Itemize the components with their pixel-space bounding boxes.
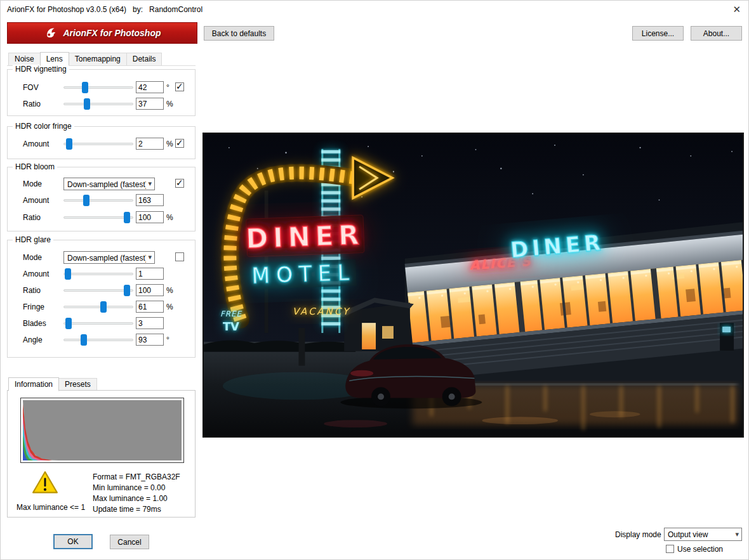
glare-fringe-label: Fringe bbox=[23, 303, 44, 311]
fringe-checkbox[interactable]: ✓ bbox=[175, 139, 184, 148]
tab-lens[interactable]: Lens bbox=[40, 52, 69, 66]
glare-ratio-slider[interactable] bbox=[63, 284, 133, 297]
slider-thumb[interactable] bbox=[83, 195, 89, 206]
motel-sign: MOTEL bbox=[251, 259, 357, 289]
tab-noise[interactable]: Noise bbox=[8, 53, 41, 65]
slider-track[interactable] bbox=[63, 322, 133, 325]
glare-ratio-value-input[interactable] bbox=[136, 284, 164, 296]
glare-amount-value-input[interactable] bbox=[136, 268, 164, 280]
ok-button[interactable]: OK bbox=[53, 534, 93, 549]
info-line-update-time: Update time = 79ms bbox=[93, 504, 180, 515]
fringe-amount-value-input[interactable] bbox=[136, 138, 164, 150]
glare-blades-row: Blades bbox=[8, 317, 195, 330]
glare-fringe-slider[interactable] bbox=[63, 301, 133, 313]
fov-label: FOV bbox=[23, 83, 39, 92]
glare-amount-slider[interactable] bbox=[63, 268, 133, 280]
hdr-bloom-group: HDR bloom Mode Down-sampled (fastest) ▾ … bbox=[7, 167, 196, 231]
back-to-defaults-button[interactable]: Back to defaults bbox=[204, 26, 274, 41]
bloom-amount-slider[interactable] bbox=[63, 194, 133, 207]
fringe-amount-row: Amount % ✓ bbox=[8, 138, 195, 150]
slider-track[interactable] bbox=[63, 289, 133, 292]
glare-mode-select[interactable]: Down-sampled (fastest) ▾ bbox=[63, 251, 155, 264]
bloom-ratio-row: Ratio % bbox=[8, 211, 195, 224]
combo-value: Output view bbox=[668, 530, 708, 539]
glare-ratio-unit: % bbox=[166, 286, 173, 295]
chevron-down-icon: ▾ bbox=[148, 253, 152, 261]
vignetting-ratio-value-input[interactable] bbox=[136, 98, 164, 110]
tab-information[interactable]: Information bbox=[8, 377, 59, 391]
fov-value-input[interactable] bbox=[136, 81, 164, 93]
vignetting-ratio-slider[interactable] bbox=[63, 98, 133, 110]
diner-marquee-text: DINER bbox=[246, 219, 365, 254]
bloom-mode-select[interactable]: Down-sampled (fastest) ▾ bbox=[63, 178, 155, 190]
glare-checkbox[interactable] bbox=[175, 252, 184, 261]
info-tabstrip: Information Presets bbox=[8, 377, 96, 391]
combo-value: Down-sampled (fastest) bbox=[67, 254, 146, 263]
slider-thumb[interactable] bbox=[81, 334, 87, 346]
chevron-down-icon: ▾ bbox=[148, 179, 152, 188]
glare-angle-value-input[interactable] bbox=[136, 334, 164, 346]
display-mode-select[interactable]: Output view ▾ bbox=[664, 528, 742, 541]
main-tabstrip: Noise Lens Tonemapping Details bbox=[8, 52, 161, 65]
bloom-ratio-value-input[interactable] bbox=[136, 211, 164, 223]
glare-amount-row: Amount bbox=[8, 268, 195, 280]
slider-track[interactable] bbox=[63, 143, 133, 145]
slider-thumb[interactable] bbox=[124, 285, 130, 296]
tab-tonemapping[interactable]: Tonemapping bbox=[69, 53, 127, 65]
check-icon: ✓ bbox=[176, 81, 183, 91]
bloom-amount-label: Amount bbox=[23, 196, 49, 205]
vacancy-text: VACANCY bbox=[293, 306, 350, 317]
tab-presets[interactable]: Presets bbox=[58, 378, 97, 391]
group-title-vignetting: HDR vignetting bbox=[13, 65, 69, 74]
slider-track[interactable] bbox=[63, 339, 133, 341]
fringe-amount-slider[interactable] bbox=[63, 138, 133, 150]
slider-track[interactable] bbox=[63, 273, 133, 275]
glare-fringe-value-input[interactable] bbox=[136, 301, 164, 313]
glare-ratio-row: Ratio % bbox=[8, 284, 195, 297]
slider-track[interactable] bbox=[63, 199, 133, 202]
slider-thumb[interactable] bbox=[82, 82, 88, 93]
slider-thumb[interactable] bbox=[66, 138, 72, 150]
tab-details[interactable]: Details bbox=[126, 53, 162, 65]
slider-thumb[interactable] bbox=[124, 212, 130, 223]
license-button[interactable]: License... bbox=[632, 26, 684, 41]
about-button[interactable]: About... bbox=[691, 26, 742, 41]
bloom-ratio-slider[interactable] bbox=[63, 211, 133, 224]
close-icon[interactable]: ✕ bbox=[732, 4, 741, 15]
titlebar: ArionFX for Photoshop v3.0.5 (x64) by: R… bbox=[1, 1, 748, 18]
vignetting-ratio-row: Ratio % bbox=[8, 98, 195, 110]
combo-value: Down-sampled (fastest) bbox=[67, 180, 146, 189]
window-title: ArionFX for Photoshop v3.0.5 (x64) by: R… bbox=[7, 5, 202, 14]
group-title-bloom: HDR bloom bbox=[13, 162, 57, 171]
histogram-plot bbox=[23, 400, 182, 460]
hdr-vignetting-group: HDR vignetting FOV ° ✓ Ratio % bbox=[7, 69, 196, 116]
bloom-ratio-label: Ratio bbox=[23, 213, 41, 222]
slider-thumb[interactable] bbox=[65, 318, 72, 329]
glare-angle-slider[interactable] bbox=[63, 334, 133, 346]
bloom-amount-value-input[interactable] bbox=[136, 194, 164, 206]
bloom-checkbox[interactable]: ✓ bbox=[175, 179, 184, 188]
slider-thumb[interactable] bbox=[65, 268, 71, 280]
preview-image: DINER MOTEL VACANCY FREE TV ALICE'S DINE… bbox=[202, 133, 744, 438]
fov-slider[interactable] bbox=[63, 81, 133, 94]
slider-thumb[interactable] bbox=[100, 301, 107, 313]
fov-checkbox[interactable]: ✓ bbox=[175, 82, 184, 91]
hdr-color-fringe-group: HDR color fringe Amount % ✓ bbox=[7, 126, 196, 159]
use-selection-checkbox[interactable] bbox=[666, 545, 674, 553]
glare-blades-slider[interactable] bbox=[63, 317, 133, 330]
slider-track[interactable] bbox=[63, 86, 133, 89]
glare-angle-unit: ° bbox=[166, 335, 169, 344]
hdr-glare-group: HDR glare Mode Down-sampled (fastest) ▾ … bbox=[7, 240, 196, 358]
slider-track[interactable] bbox=[63, 216, 133, 219]
glare-blades-value-input[interactable] bbox=[136, 317, 164, 329]
slider-thumb[interactable] bbox=[84, 98, 90, 110]
slider-track[interactable] bbox=[63, 306, 133, 308]
use-selection-label: Use selection bbox=[677, 545, 723, 554]
arionfx-window: ArionFX for Photoshop v3.0.5 (x64) by: R… bbox=[0, 0, 749, 560]
cancel-button[interactable]: Cancel bbox=[110, 535, 149, 549]
glare-mode-row: Mode Down-sampled (fastest) ▾ bbox=[8, 251, 195, 264]
vignetting-ratio-unit: % bbox=[166, 100, 173, 108]
motel-text: MOTEL bbox=[251, 261, 355, 289]
slider-track[interactable] bbox=[63, 103, 133, 105]
banner-label: ArionFX for Photoshop bbox=[63, 28, 161, 38]
